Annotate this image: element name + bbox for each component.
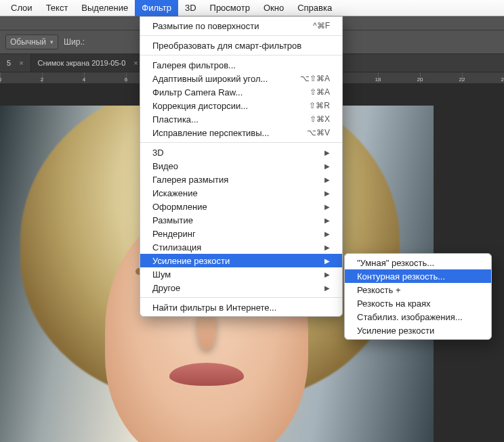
menu-item-label: Стилизация <box>152 242 201 252</box>
submenu-arrow-icon: ▶ <box>324 176 330 183</box>
menu-item-label: Искажение <box>152 188 198 198</box>
ruler-label: 18 <box>375 76 381 83</box>
menu-item[interactable]: Фильтр Camera Raw...⇧⌘A <box>140 85 342 99</box>
submenu-arrow-icon: ▶ <box>324 230 330 238</box>
tab-label: Снимок экрана 2019-05-0 <box>38 59 126 67</box>
menubar-item-слои[interactable]: Слои <box>4 0 39 16</box>
blend-mode-dropdown[interactable]: Обычный ▾ <box>5 35 58 49</box>
app-menubar: СлоиТекстВыделениеФильтр3DПросмотрОкноСп… <box>0 0 504 16</box>
submenu-item[interactable]: Резкость на краях <box>345 296 491 310</box>
submenu-item[interactable]: Контурная резкость... <box>345 269 491 283</box>
menu-shortcut: ⇧⌘A <box>310 87 330 97</box>
blend-mode-value: Обычный <box>10 37 46 47</box>
menu-item[interactable]: Оформление▶ <box>140 200 342 213</box>
menu-item-label: 3D <box>152 148 164 158</box>
menu-item-label: Исправление перспективы... <box>152 128 269 138</box>
menu-item-label: Размытие по поверхности <box>152 21 259 31</box>
menu-item-label: Адаптивный широкий угол... <box>152 74 268 84</box>
menu-item[interactable]: Видео▶ <box>140 159 342 173</box>
menu-item-label: Видео <box>152 161 178 171</box>
menu-item-label: Размытие <box>152 215 193 225</box>
menu-item-label: Коррекция дисторсии... <box>152 101 248 111</box>
menu-item[interactable]: Галерея фильтров... <box>140 58 342 72</box>
menu-item[interactable]: Рендеринг▶ <box>140 227 342 240</box>
ruler-label: 22 <box>459 76 465 83</box>
menu-item[interactable]: Размытие▶ <box>140 213 342 227</box>
submenu-item-label: Резкость + <box>357 285 401 295</box>
width-label: Шир.: <box>64 37 85 47</box>
menu-item-label: Усиление резкости <box>152 256 230 266</box>
menu-item[interactable]: Адаптивный широкий угол...⌥⇧⌘A <box>140 72 342 85</box>
submenu-item[interactable]: Резкость + <box>345 283 491 296</box>
menu-item[interactable]: Другое▶ <box>140 281 342 294</box>
menubar-item-выделение[interactable]: Выделение <box>75 0 135 16</box>
submenu-arrow-icon: ▶ <box>324 203 330 211</box>
chevron-down-icon: ▾ <box>50 39 54 45</box>
menubar-item-справка[interactable]: Справка <box>291 0 339 16</box>
menu-item-label: Галерея размытия <box>152 175 228 185</box>
menu-item[interactable]: Коррекция дисторсии...⇧⌘R <box>140 99 342 112</box>
menubar-item-текст[interactable]: Текст <box>39 0 75 16</box>
menu-shortcut: ⇧⌘X <box>310 114 330 124</box>
ruler-label: 24 <box>501 76 504 83</box>
submenu-arrow-icon: ▶ <box>324 257 330 265</box>
menu-item-label: Оформление <box>152 202 207 212</box>
menu-separator <box>140 55 342 56</box>
document-tab[interactable]: Снимок экрана 2019-05-0× <box>31 54 146 72</box>
menu-shortcut: ⌥⌘V <box>307 128 330 137</box>
menu-item[interactable]: Искажение▶ <box>140 186 342 200</box>
menubar-item-фильтр[interactable]: Фильтр <box>135 0 178 16</box>
menubar-item-окно[interactable]: Окно <box>257 0 291 16</box>
menu-item-convert-smart[interactable]: Преобразовать для смарт-фильтров <box>140 39 342 52</box>
ruler-label: 0 <box>0 76 1 83</box>
submenu-item-label: Контурная резкость... <box>357 271 445 282</box>
ruler-label: 2 <box>41 76 43 83</box>
submenu-arrow-icon: ▶ <box>324 149 330 156</box>
menu-shortcut: ⇧⌘R <box>309 101 330 110</box>
submenu-item[interactable]: Стабилиз. изображения... <box>345 310 491 324</box>
document-tab[interactable]: 5× <box>0 54 31 72</box>
menu-shortcut: ^⌘F <box>313 21 330 30</box>
ruler-label: 4 <box>83 76 85 83</box>
menu-item[interactable]: Стилизация▶ <box>140 240 342 254</box>
submenu-item-label: Стабилиз. изображения... <box>357 312 463 322</box>
ruler-label: 6 <box>125 76 127 83</box>
ruler-label: 20 <box>417 76 423 83</box>
submenu-arrow-icon: ▶ <box>324 284 330 292</box>
close-icon[interactable]: × <box>133 59 138 67</box>
submenu-item[interactable]: "Умная" резкость... <box>345 256 491 269</box>
menu-item[interactable]: 3D▶ <box>140 146 342 159</box>
menu-item-label: Шум <box>152 269 171 280</box>
menu-item[interactable]: Галерея размытия▶ <box>140 173 342 186</box>
menu-item-label: Фильтр Camera Raw... <box>152 87 243 97</box>
menu-shortcut: ⌥⇧⌘A <box>300 74 330 83</box>
submenu-arrow-icon: ▶ <box>324 217 330 224</box>
menu-separator <box>140 35 342 36</box>
submenu-arrow-icon: ▶ <box>324 244 330 251</box>
menu-item-find-online[interactable]: Найти фильтры в Интернете... <box>140 301 342 314</box>
menu-item-last-filter[interactable]: Размытие по поверхности^⌘F <box>140 19 342 32</box>
sharpen-submenu: "Умная" резкость...Контурная резкость...… <box>344 253 492 340</box>
menu-item-label: Найти фильтры в Интернете... <box>152 303 276 313</box>
submenu-arrow-icon: ▶ <box>324 162 330 170</box>
menu-item-label: Галерея фильтров... <box>152 60 236 70</box>
close-icon[interactable]: × <box>19 59 23 67</box>
menu-item-label: Преобразовать для смарт-фильтров <box>152 41 301 51</box>
menubar-item-3d[interactable]: 3D <box>178 0 203 16</box>
menu-item-label: Другое <box>152 283 180 293</box>
menu-item[interactable]: Шум▶ <box>140 267 342 281</box>
submenu-item-label: Усиление резкости <box>357 326 434 336</box>
submenu-item[interactable]: Усиление резкости <box>345 324 491 337</box>
menu-item-label: Рендеринг <box>152 229 196 239</box>
menu-item[interactable]: Исправление перспективы...⌥⌘V <box>140 126 342 139</box>
menu-separator <box>140 142 342 143</box>
menu-item-label: Пластика... <box>152 114 198 125</box>
menubar-item-просмотр[interactable]: Просмотр <box>203 0 257 16</box>
submenu-item-label: Резкость на краях <box>357 299 431 309</box>
menu-item[interactable]: Усиление резкости▶ <box>140 254 342 267</box>
menu-item[interactable]: Пластика...⇧⌘X <box>140 112 342 126</box>
tab-label: 5 <box>7 59 11 67</box>
submenu-arrow-icon: ▶ <box>324 271 330 278</box>
menu-separator <box>140 297 342 298</box>
submenu-arrow-icon: ▶ <box>324 190 330 197</box>
